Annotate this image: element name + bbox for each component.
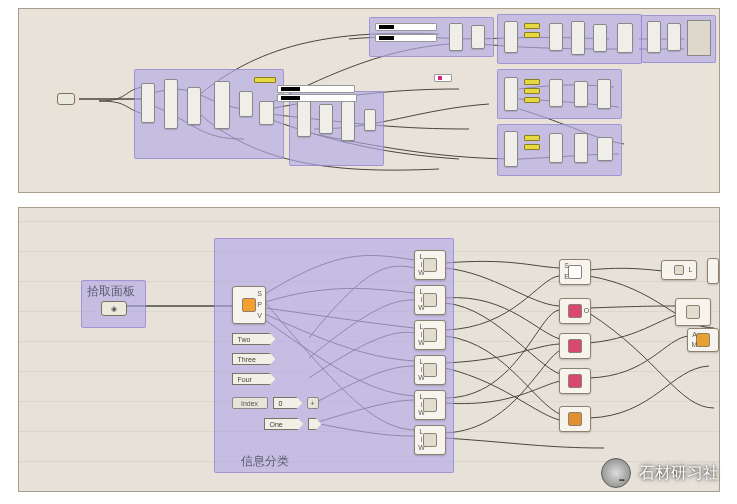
yellow-param[interactable] — [524, 23, 540, 29]
param-one[interactable]: One — [264, 418, 304, 430]
node[interactable] — [574, 81, 588, 107]
label: Three — [238, 356, 256, 363]
label: Index — [241, 400, 258, 407]
node[interactable] — [667, 23, 681, 51]
number-slider[interactable] — [375, 23, 437, 31]
comp-right-2[interactable] — [675, 298, 711, 326]
label: One — [270, 421, 283, 428]
node[interactable] — [504, 21, 518, 53]
yellow-param[interactable] — [524, 135, 540, 141]
explode-icon — [242, 298, 256, 312]
param-right-1[interactable] — [707, 258, 719, 284]
node[interactable] — [239, 91, 253, 117]
param-three[interactable]: Three — [232, 353, 276, 365]
listitem-node-6[interactable]: LiW — [414, 425, 446, 455]
node[interactable] — [571, 21, 585, 55]
node[interactable] — [593, 24, 607, 52]
slider-red[interactable] — [434, 74, 452, 82]
line-node[interactable]: SE — [559, 259, 591, 285]
wechat-icon — [601, 458, 631, 488]
param-index[interactable]: Index — [232, 397, 268, 409]
comp-right-3[interactable]: AM — [687, 328, 719, 352]
param-four[interactable]: Four — [232, 373, 276, 385]
node[interactable] — [504, 77, 518, 111]
geometry-param[interactable]: ◉ — [101, 301, 127, 316]
node[interactable] — [214, 81, 230, 129]
watermark-text: 石材研习社 — [639, 463, 719, 484]
panel[interactable] — [687, 20, 711, 56]
number-slider[interactable] — [375, 34, 437, 42]
yellow-param[interactable] — [524, 32, 540, 38]
node[interactable] — [597, 137, 613, 161]
grasshopper-overview-canvas[interactable] — [18, 8, 720, 193]
endpt-node[interactable]: L — [661, 260, 697, 280]
node[interactable] — [617, 23, 633, 53]
node[interactable] — [259, 101, 274, 125]
yellow-param[interactable] — [524, 97, 540, 103]
label: 0 — [279, 400, 283, 407]
list-icon — [423, 293, 437, 307]
param-zero[interactable]: 0 — [273, 397, 303, 409]
comp-node-3[interactable] — [559, 333, 591, 359]
number-slider[interactable] — [277, 85, 355, 93]
input-param[interactable] — [57, 93, 75, 105]
watermark: 石材研习社 — [601, 458, 719, 488]
node[interactable] — [141, 83, 155, 123]
node[interactable] — [164, 79, 178, 129]
plus-btn[interactable]: + — [307, 397, 319, 409]
node[interactable] — [549, 79, 563, 107]
yellow-param[interactable] — [524, 88, 540, 94]
list-icon — [423, 328, 437, 342]
node[interactable] — [574, 133, 588, 163]
yellow-param[interactable] — [254, 77, 276, 83]
node[interactable] — [449, 23, 463, 51]
label: Four — [238, 376, 252, 383]
node[interactable] — [341, 101, 355, 141]
node[interactable] — [471, 25, 485, 49]
node[interactable] — [597, 79, 611, 109]
group-pick-label: 拾取面板 — [87, 283, 135, 300]
listitem-node-4[interactable]: LiW — [414, 355, 446, 385]
comp-node-4[interactable] — [559, 368, 591, 394]
pencil-icon — [674, 265, 684, 275]
list-icon — [423, 398, 437, 412]
listitem-node-2[interactable]: LiW — [414, 285, 446, 315]
yellow-param[interactable] — [524, 79, 540, 85]
comp-node-2[interactable]: O — [559, 298, 591, 324]
icon — [568, 339, 582, 353]
yellow-param[interactable] — [524, 144, 540, 150]
node[interactable] — [647, 21, 661, 53]
explode-node[interactable]: S P V — [232, 286, 266, 324]
number-slider[interactable] — [277, 94, 357, 102]
list-icon — [423, 258, 437, 272]
node[interactable] — [549, 133, 563, 163]
grasshopper-detail-canvas[interactable]: 拾取面板 ◉ 信息分类 S P V Two Three Four Index 0… — [18, 207, 720, 492]
node[interactable] — [549, 23, 563, 51]
node[interactable] — [504, 131, 518, 167]
list-icon — [423, 433, 437, 447]
icon — [568, 412, 582, 426]
param-two[interactable]: Two — [232, 333, 276, 345]
label: Two — [238, 336, 251, 343]
node[interactable] — [364, 109, 376, 131]
node[interactable] — [319, 104, 333, 134]
node[interactable] — [187, 87, 201, 125]
listitem-node-5[interactable]: LiW — [414, 390, 446, 420]
group-classify-label: 信息分类 — [241, 453, 289, 470]
icon — [568, 374, 582, 388]
listitem-node-1[interactable]: LiW — [414, 250, 446, 280]
listitem-node-3[interactable]: LiW — [414, 320, 446, 350]
comp-node-5[interactable] — [559, 406, 591, 432]
list-icon — [423, 363, 437, 377]
icon — [686, 305, 700, 319]
node[interactable] — [297, 99, 311, 137]
icon — [568, 304, 582, 318]
